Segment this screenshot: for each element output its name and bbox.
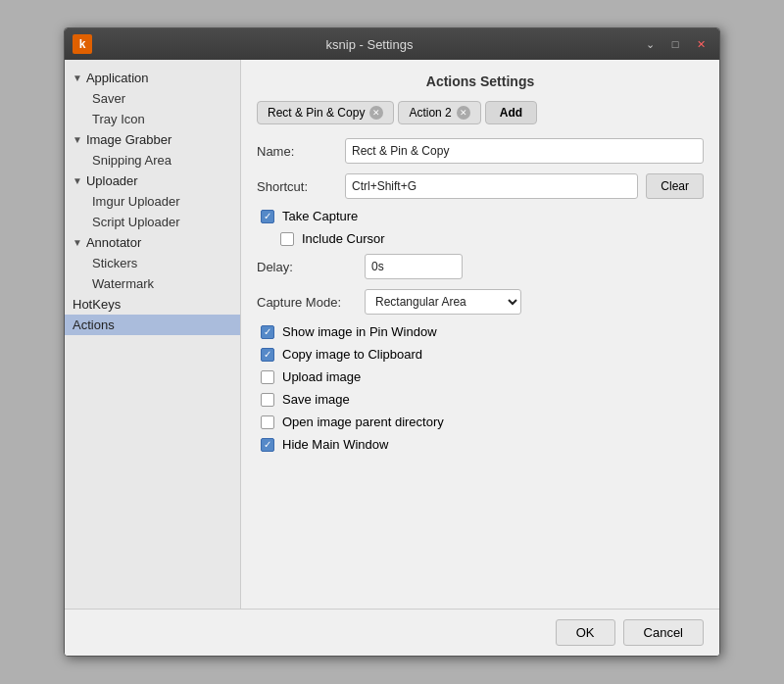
show-pin-window-label: Show image in Pin Window xyxy=(282,324,437,339)
ok-button[interactable]: OK xyxy=(556,619,615,646)
upload-image-row: Upload image xyxy=(257,369,704,384)
tab-close-icon[interactable]: ✕ xyxy=(369,106,383,120)
titlebar: k ksnip - Settings ⌄ □ ✕ xyxy=(65,28,719,60)
include-cursor-checkbox[interactable] xyxy=(280,232,294,246)
sidebar-item-label: HotKeys xyxy=(73,297,232,312)
hide-main-window-row: Hide Main Window xyxy=(257,437,704,452)
hide-main-window-checkbox[interactable] xyxy=(261,438,274,452)
sidebar: ▼ Application Saver Tray Icon ▼ Image Gr… xyxy=(65,60,241,609)
include-cursor-label: Include Cursor xyxy=(302,231,385,246)
capture-mode-select[interactable]: Rectangular Area Full Screen Active Wind… xyxy=(365,289,521,315)
copy-clipboard-label: Copy image to Clipboard xyxy=(282,347,422,362)
name-label: Name: xyxy=(257,144,345,159)
sidebar-item-label: Watermark xyxy=(92,276,154,291)
open-parent-dir-checkbox[interactable] xyxy=(261,415,274,429)
sidebar-item-label: Tray Icon xyxy=(92,112,145,126)
sidebar-item-watermark[interactable]: Watermark xyxy=(65,273,240,294)
settings-window: k ksnip - Settings ⌄ □ ✕ ▼ Application S… xyxy=(64,27,720,657)
sidebar-item-label: Annotator xyxy=(86,235,232,250)
upload-image-checkbox[interactable] xyxy=(261,370,274,384)
window-title: ksnip - Settings xyxy=(100,37,639,52)
arrow-icon: ▼ xyxy=(73,73,82,83)
open-parent-dir-label: Open image parent directory xyxy=(282,415,444,429)
sidebar-item-script-uploader[interactable]: Script Uploader xyxy=(65,212,240,232)
arrow-icon: ▼ xyxy=(73,237,82,248)
close-button[interactable]: ✕ xyxy=(690,33,711,55)
app-logo: k xyxy=(73,34,92,54)
tab-rect-pin-copy[interactable]: Rect & Pin & Copy ✕ xyxy=(257,101,394,124)
sidebar-item-actions[interactable]: Actions xyxy=(65,315,240,335)
include-cursor-row: Include Cursor xyxy=(257,231,704,246)
open-parent-dir-row: Open image parent directory xyxy=(257,415,704,429)
tab-label: Action 2 xyxy=(409,106,451,120)
sidebar-item-label: Saver xyxy=(92,91,125,106)
save-image-label: Save image xyxy=(282,392,350,407)
copy-clipboard-checkbox[interactable] xyxy=(261,348,274,362)
sidebar-item-imgur-uploader[interactable]: Imgur Uploader xyxy=(65,191,240,212)
name-row: Name: xyxy=(257,138,704,164)
delay-label: Delay: xyxy=(257,260,365,274)
panel-title: Actions Settings xyxy=(257,73,704,89)
sidebar-item-label: Uploader xyxy=(86,173,232,188)
sidebar-item-stickers[interactable]: Stickers xyxy=(65,253,240,273)
sidebar-item-annotator[interactable]: ▼ Annotator xyxy=(65,232,240,253)
take-capture-checkbox[interactable] xyxy=(261,210,274,223)
name-input[interactable] xyxy=(345,138,704,164)
sidebar-item-label: Actions xyxy=(73,318,232,332)
window-controls: ⌄ □ ✕ xyxy=(639,33,711,55)
copy-clipboard-row: Copy image to Clipboard xyxy=(257,347,704,362)
footer: OK Cancel xyxy=(65,609,719,656)
minimize-button[interactable]: ⌄ xyxy=(639,33,661,55)
add-tab-button[interactable]: Add xyxy=(485,101,537,124)
show-pin-window-checkbox[interactable] xyxy=(261,325,274,339)
arrow-icon: ▼ xyxy=(73,134,82,145)
delay-row: Delay: xyxy=(257,254,704,279)
tabs-row: Rect & Pin & Copy ✕ Action 2 ✕ Add xyxy=(257,101,704,124)
sidebar-item-hotkeys[interactable]: HotKeys xyxy=(65,294,240,315)
show-pin-window-row: Show image in Pin Window xyxy=(257,324,704,339)
content-area: ▼ Application Saver Tray Icon ▼ Image Gr… xyxy=(65,60,719,609)
shortcut-row: Shortcut: Clear xyxy=(257,173,704,199)
sidebar-item-uploader[interactable]: ▼ Uploader xyxy=(65,171,240,191)
capture-mode-row: Capture Mode: Rectangular Area Full Scre… xyxy=(257,289,704,315)
cancel-button[interactable]: Cancel xyxy=(623,619,704,646)
arrow-icon: ▼ xyxy=(73,175,82,186)
sidebar-item-tray-icon[interactable]: Tray Icon xyxy=(65,109,240,129)
sidebar-item-label: Imgur Uploader xyxy=(92,194,180,209)
hide-main-window-label: Hide Main Window xyxy=(282,437,388,452)
clear-button[interactable]: Clear xyxy=(646,173,704,199)
capture-mode-label: Capture Mode: xyxy=(257,295,365,310)
shortcut-input[interactable] xyxy=(345,173,638,199)
save-image-checkbox[interactable] xyxy=(261,393,274,407)
take-capture-row: Take Capture xyxy=(257,209,704,223)
tab-close-icon[interactable]: ✕ xyxy=(457,106,470,120)
main-panel: Actions Settings Rect & Pin & Copy ✕ Act… xyxy=(241,60,719,609)
tab-label: Rect & Pin & Copy xyxy=(268,106,365,120)
take-capture-label: Take Capture xyxy=(282,209,358,223)
tab-action2[interactable]: Action 2 ✕ xyxy=(398,101,480,124)
sidebar-item-snipping-area[interactable]: Snipping Area xyxy=(65,150,240,171)
sidebar-item-saver[interactable]: Saver xyxy=(65,88,240,109)
maximize-button[interactable]: □ xyxy=(664,33,686,55)
sidebar-item-label: Image Grabber xyxy=(86,132,232,147)
delay-spinner[interactable] xyxy=(365,254,463,279)
save-image-row: Save image xyxy=(257,392,704,407)
sidebar-item-label: Stickers xyxy=(92,256,137,270)
sidebar-item-label: Snipping Area xyxy=(92,153,172,168)
sidebar-item-image-grabber[interactable]: ▼ Image Grabber xyxy=(65,129,240,150)
sidebar-item-label: Application xyxy=(86,71,232,85)
sidebar-item-application[interactable]: ▼ Application xyxy=(65,68,240,88)
upload-image-label: Upload image xyxy=(282,369,361,384)
sidebar-item-label: Script Uploader xyxy=(92,215,180,229)
shortcut-label: Shortcut: xyxy=(257,179,345,194)
